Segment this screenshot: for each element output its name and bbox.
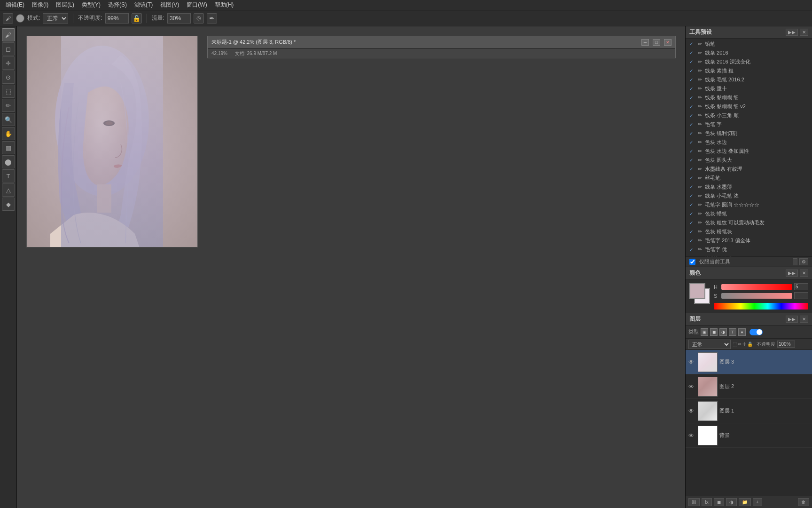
preset-item-14[interactable]: ✓ ✏ 水墨线条 有纹理: [686, 165, 812, 174]
layer-1-eye[interactable]: 👁: [688, 408, 696, 414]
brush-options-icon[interactable]: 🖌: [3, 13, 13, 24]
preset-item-3[interactable]: ✓ ✏ 线条 素描 粗: [686, 66, 812, 75]
preset-item-15[interactable]: ✓ ✏ 丝毛笔: [686, 174, 812, 183]
lock-all-icon[interactable]: 🔒: [747, 341, 753, 347]
delete-preset-btn[interactable]: ⚙: [799, 258, 808, 265]
preset-item-9[interactable]: ✓ ✏ 毛笔 字: [686, 120, 812, 129]
layers-expand-btn[interactable]: ▶▶: [786, 316, 798, 323]
blend-mode-select[interactable]: 正常: [688, 340, 731, 349]
airbrush-icon[interactable]: ◎: [194, 13, 204, 24]
preset-item-19[interactable]: ✓ ✏ 色块·蜡笔: [686, 209, 812, 218]
lasso-tool[interactable]: ⊙: [2, 71, 15, 84]
brush-tip-icon[interactable]: [16, 14, 24, 23]
layer-bg-eye[interactable]: 👁: [688, 432, 696, 439]
preset-item-22[interactable]: ✓ ✏ 毛笔字 2013 偏金体: [686, 236, 812, 245]
preset-item-6[interactable]: ✓ ✏ 线条 黏糊糊 细: [686, 93, 812, 102]
s-value[interactable]: [794, 292, 808, 299]
opacity-input[interactable]: [105, 13, 129, 24]
preset-item-2[interactable]: ✓ ✏ 线条 2016 深浅变化: [686, 57, 812, 66]
opacity-toggle-icon[interactable]: 🔒: [132, 13, 142, 24]
preset-item-17[interactable]: ✓ ✏ 线条 小毛笔 浓: [686, 191, 812, 200]
layer-pixel-filter[interactable]: ◼: [710, 328, 718, 336]
menu-filter[interactable]: 滤镜(T): [131, 0, 156, 10]
collapse-panel-btn[interactable]: ✕: [800, 29, 808, 36]
layer-opacity-input[interactable]: [777, 341, 795, 348]
menu-type[interactable]: 类型(Y): [78, 0, 104, 10]
menu-window[interactable]: 窗口(W): [183, 0, 211, 10]
hue-slider[interactable]: [721, 284, 792, 290]
menu-help[interactable]: 帮助(H): [211, 0, 238, 10]
preset-item-4[interactable]: ✓ ✏ 线条 毛笔 2016.2: [686, 75, 812, 84]
delete-layer-btn[interactable]: 🗑: [798, 498, 809, 506]
crop-tool[interactable]: ⬚: [2, 85, 15, 98]
move-tool[interactable]: ✛: [2, 56, 15, 70]
new-layer-btn[interactable]: +: [753, 498, 762, 506]
preset-item-5[interactable]: ✓ ✏ 线条 重十: [686, 84, 812, 93]
fg-bg-swatch[interactable]: [689, 283, 710, 304]
mode-select[interactable]: 正常: [43, 13, 68, 24]
smoothing-icon[interactable]: ✒: [207, 13, 217, 24]
layer-2-eye[interactable]: 👁: [688, 383, 696, 390]
preset-item-10[interactable]: ✓ ✏ 色块 锐利切割: [686, 129, 812, 138]
text-tool[interactable]: T: [2, 169, 15, 183]
preset-item-1[interactable]: ✓ ✏ 线条 2016: [686, 48, 812, 57]
preset-item-23[interactable]: ✓ ✏ 毛笔字 优: [686, 245, 812, 254]
link-layers-btn[interactable]: ⛓: [688, 498, 700, 506]
doc-minimize-btn[interactable]: ─: [641, 39, 649, 46]
eraser-tool[interactable]: ◻: [2, 42, 15, 56]
current-tool-checkbox[interactable]: [689, 259, 695, 265]
layer-item-bg[interactable]: 👁 背景: [686, 423, 812, 448]
menu-view[interactable]: 视图(V): [156, 0, 183, 10]
preset-item-21[interactable]: ✓ ✏ 色块 粉笔块: [686, 227, 812, 236]
flow-input[interactable]: [167, 13, 191, 24]
doc-maximize-btn[interactable]: □: [653, 39, 660, 46]
preset-item-20[interactable]: ✓ ✏ 色块 粗纹 可以震动动毛发: [686, 218, 812, 227]
preset-item-18[interactable]: ✓ ✏ 毛笔字 圆润 ☆☆☆☆☆: [686, 200, 812, 209]
color-spectrum[interactable]: [714, 303, 808, 310]
preset-item-8[interactable]: ✓ ✏ 线条 小三角 顺: [686, 111, 812, 120]
preset-item-0[interactable]: ✓ ✏ 铅笔: [686, 40, 812, 48]
bucket-tool[interactable]: ⬤: [2, 155, 15, 168]
fg-color-swatch[interactable]: [689, 283, 705, 299]
layer-smart-filter[interactable]: ♦: [738, 328, 746, 336]
layer-item-1[interactable]: 👁 图层 1: [686, 399, 812, 423]
layer-item-3[interactable]: 👁 图层 3: [686, 350, 812, 374]
preset-item-12[interactable]: ✓ ✏ 色块 水边 叠加属性: [686, 147, 812, 156]
gradient-tool[interactable]: ▦: [2, 141, 15, 154]
menu-select[interactable]: 选择(S): [104, 0, 131, 10]
color-expand-btn[interactable]: ▶▶: [786, 270, 798, 277]
pen-tool[interactable]: ◆: [2, 198, 15, 211]
add-adj-btn[interactable]: ◑: [726, 498, 737, 506]
layers-close-btn[interactable]: ✕: [800, 316, 808, 323]
layer-type-filter[interactable]: ▣: [701, 328, 708, 336]
layer-adj-filter[interactable]: ◑: [719, 328, 727, 336]
lock-position-icon[interactable]: ✛: [742, 341, 746, 347]
brush-tool[interactable]: 🖌: [2, 28, 15, 41]
preset-item-11[interactable]: ✓ ✏ 色块 水边: [686, 138, 812, 147]
hand-tool[interactable]: ✋: [2, 127, 15, 140]
preset-item-13[interactable]: ✓ ✏ 色块 圆头大: [686, 156, 812, 165]
preset-item-16[interactable]: ✓ ✏ 线条 水墨薄: [686, 183, 812, 191]
preset-item-7[interactable]: ✓ ✏ 线条 黏糊糊 细 v2: [686, 102, 812, 111]
new-preset-btn[interactable]: [793, 258, 797, 265]
sat-slider[interactable]: [721, 293, 792, 299]
doc-close-btn[interactable]: ✕: [664, 39, 671, 46]
add-mask-btn[interactable]: ◼: [714, 498, 724, 506]
shape-tool[interactable]: △: [2, 183, 15, 197]
eyedropper-tool[interactable]: ✏: [2, 99, 15, 112]
layer-3-eye[interactable]: 👁: [688, 359, 696, 365]
h-value[interactable]: [794, 283, 808, 290]
lock-image-icon[interactable]: ✏: [738, 341, 742, 347]
layer-text-filter[interactable]: T: [729, 328, 736, 336]
new-group-btn[interactable]: 📁: [739, 498, 751, 506]
lock-transparent-icon[interactable]: ⬚: [733, 341, 737, 347]
layer-item-2[interactable]: 👁 图层 2: [686, 374, 812, 399]
zoom-tool[interactable]: 🔍: [2, 113, 15, 126]
expand-panel-btn[interactable]: ▶▶: [786, 29, 798, 36]
menu-layer[interactable]: 图层(L): [52, 0, 78, 10]
layer-filter-toggle[interactable]: [750, 329, 763, 335]
menu-image[interactable]: 图像(I): [28, 0, 52, 10]
menu-edit[interactable]: 编辑(E): [2, 0, 28, 10]
add-style-btn[interactable]: fx: [702, 498, 712, 506]
color-close-btn[interactable]: ✕: [800, 270, 808, 277]
